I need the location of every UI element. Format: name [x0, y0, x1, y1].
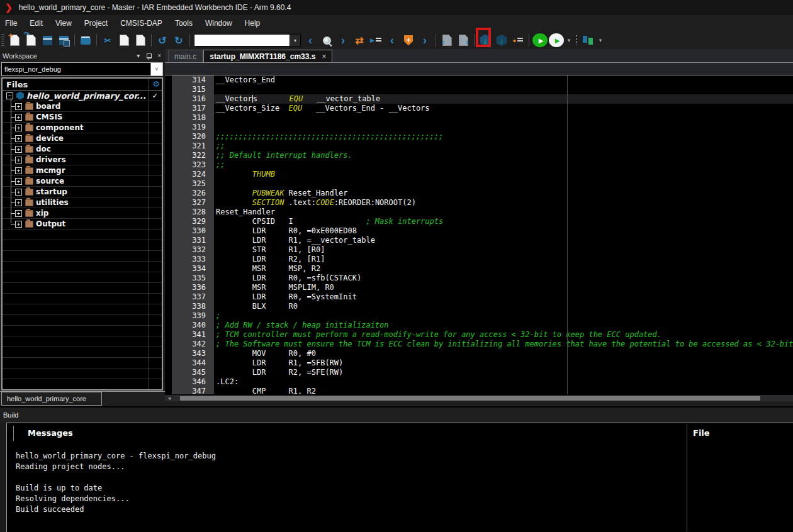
code-line[interactable]: 327 SECTION .text:CODE:REORDER:NOROOT(2)	[165, 198, 793, 208]
new-document-icon[interactable]	[7, 33, 22, 48]
code-line[interactable]: 345 LDR R2, =SFE(RW)	[165, 368, 793, 377]
pin-icon[interactable]	[145, 52, 152, 60]
code-line[interactable]: 338 BLX R0	[165, 302, 793, 311]
code-line[interactable]: 318	[165, 113, 793, 123]
tree-item-utilities[interactable]: +utilities	[3, 197, 162, 208]
code-line[interactable]: 331 LDR R1, =__vector_table	[165, 236, 793, 245]
save-icon[interactable]	[40, 33, 55, 48]
code-line[interactable]: 315	[165, 85, 793, 94]
open-document-icon[interactable]	[23, 33, 38, 48]
debug-dropdown-caret-icon[interactable]: ▾	[565, 33, 573, 48]
menu-file[interactable]: File	[0, 15, 23, 31]
download-active-icon[interactable]	[494, 33, 509, 48]
code-line[interactable]: 339;	[165, 311, 793, 321]
paste-icon[interactable]	[133, 33, 148, 48]
code-line[interactable]: 332 STR R1, [R0]	[165, 245, 793, 255]
expand-icon[interactable]: +	[15, 210, 22, 217]
code-line[interactable]: 342; The Software must ensure the TCM is…	[165, 340, 793, 349]
editor-tab-startup-mimxrt1186-cm33-s[interactable]: startup_MIMXRT1186_cm33.s×	[203, 50, 332, 62]
tree-item-mcmgr[interactable]: +mcmgr	[3, 165, 162, 176]
code-line[interactable]: 337 LDR R0, =SystemInit	[165, 292, 793, 302]
expand-icon[interactable]: +	[15, 135, 22, 142]
gear-icon[interactable]: ⚙	[152, 79, 160, 89]
build-pane-label[interactable]: Build	[0, 406, 793, 423]
code-line[interactable]: 324 THUMB	[165, 170, 793, 179]
code-line[interactable]: 328Reset_Handler	[165, 208, 793, 217]
toolbar-overflow-handle[interactable]	[574, 33, 579, 48]
cut-icon[interactable]: ✂	[100, 33, 115, 48]
code-line[interactable]: 325	[165, 179, 793, 189]
menu-tools[interactable]: Tools	[169, 15, 199, 31]
workspace-bottom-tab[interactable]: hello_world_primary_core	[1, 392, 102, 406]
code-line[interactable]: 319	[165, 123, 793, 132]
tree-item-cmsis[interactable]: +CMSIS	[3, 112, 162, 123]
previous-document-icon[interactable]	[439, 33, 454, 48]
tree-item-source[interactable]: +source	[3, 176, 162, 187]
expand-icon[interactable]: +	[15, 146, 22, 153]
expand-icon[interactable]: +	[15, 221, 22, 228]
code-line[interactable]: 321;;	[165, 141, 793, 151]
code-line[interactable]: 341; TCM controller must perform a read-…	[165, 330, 793, 340]
code-line[interactable]: 346.LC2:	[165, 377, 793, 387]
multicore-debug-icon[interactable]	[580, 33, 595, 48]
menu-edit[interactable]: Edit	[23, 15, 49, 31]
collapse-icon[interactable]: −	[6, 92, 13, 99]
find-previous-icon[interactable]: ‹	[303, 33, 318, 48]
find-icon[interactable]	[319, 33, 334, 48]
code-line[interactable]: 320;;;;;;;;;;;;;;;;;;;;;;;;;;;;;;;;;;;;;…	[165, 132, 793, 141]
expand-icon[interactable]: +	[15, 178, 22, 185]
undo-icon[interactable]: ↺	[155, 33, 170, 48]
find-next-icon[interactable]: ›	[335, 33, 351, 48]
menu-window[interactable]: Window	[199, 15, 239, 31]
code-line[interactable]: 330 LDR R0, =0xE000ED08	[165, 226, 793, 236]
code-line[interactable]: 336 MSR MSPLIM, R0	[165, 283, 793, 292]
expand-icon[interactable]: +	[15, 189, 22, 196]
scrollbar-thumb[interactable]	[180, 396, 760, 401]
save-all-icon[interactable]	[56, 33, 71, 48]
redo-icon[interactable]: ↻	[171, 33, 186, 48]
expand-icon[interactable]: +	[15, 125, 22, 131]
tree-item-xip[interactable]: +xip	[3, 208, 162, 219]
search-dropdown-button[interactable]: ▾	[290, 35, 300, 46]
tree-item-hello-world-primary-cor-[interactable]: −hello_world_primary_cor...✓	[3, 91, 162, 101]
code-line[interactable]: 323;;	[165, 160, 793, 170]
toggle-bookmark-icon[interactable]	[401, 33, 416, 48]
menu-help[interactable]: Help	[239, 15, 267, 31]
tree-item-drivers[interactable]: +drivers	[3, 155, 162, 165]
code-line[interactable]: 314__Vectors_End	[165, 75, 793, 85]
code-line[interactable]: 333 LDR R2, [R1]	[165, 255, 793, 264]
navigate-forward-icon[interactable]: ›	[417, 33, 432, 48]
search-input[interactable]	[194, 35, 290, 46]
expand-icon[interactable]: +	[15, 157, 22, 163]
tree-item-output[interactable]: +Output	[3, 219, 162, 230]
code-line[interactable]: 347 CMP R1, R2	[165, 387, 793, 394]
tree-item-device[interactable]: +device	[3, 133, 162, 144]
horizontal-scrollbar[interactable]: ◂	[165, 394, 793, 401]
tree-item-startup[interactable]: +startup	[3, 187, 162, 197]
code-line[interactable]: 326 PUBWEAK Reset_Handler	[165, 189, 793, 198]
code-line[interactable]: 334 MSR MSP, R2	[165, 264, 793, 274]
code-line[interactable]: 322;; Default interrupt handlers.	[165, 151, 793, 160]
expand-icon[interactable]: +	[15, 103, 22, 110]
code-line[interactable]: 317__Vectors_Size EQU __Vectors_End - __…	[165, 104, 793, 113]
expand-icon[interactable]: +	[15, 199, 22, 206]
menu-view[interactable]: View	[49, 15, 78, 31]
tree-item-board[interactable]: +board	[3, 101, 162, 112]
chevron-down-icon[interactable]: ˅	[150, 63, 162, 75]
code-line[interactable]: 329 CPSID I ; Mask interrupts	[165, 217, 793, 226]
multicore-dropdown-caret-icon[interactable]: ▾	[597, 33, 604, 48]
expand-icon[interactable]: +	[15, 167, 22, 174]
code-line[interactable]: 316__Vectors EQU __vector_table	[165, 94, 793, 104]
code-editor[interactable]: 314__Vectors_End315316__Vectors EQU __ve…	[165, 75, 793, 394]
debug-without-downloading-button[interactable]	[549, 33, 564, 48]
build-configuration-dropdown[interactable]: flexspi_nor_debug ˅	[1, 62, 163, 76]
print-icon[interactable]	[78, 33, 93, 48]
close-tab-icon[interactable]: ×	[322, 52, 326, 61]
search-combobox[interactable]: ▾	[194, 34, 301, 47]
code-line[interactable]: 340; Add RW / stack / heap initializaito…	[165, 321, 793, 330]
scroll-left-arrow-icon[interactable]: ◂	[165, 395, 174, 401]
goto-icon[interactable]	[368, 33, 383, 48]
code-line[interactable]: 335 LDR R0, =sfb(CSTACK)	[165, 274, 793, 283]
next-document-icon[interactable]	[456, 33, 471, 48]
workspace-menu-caret-icon[interactable]: ▾	[137, 52, 140, 59]
